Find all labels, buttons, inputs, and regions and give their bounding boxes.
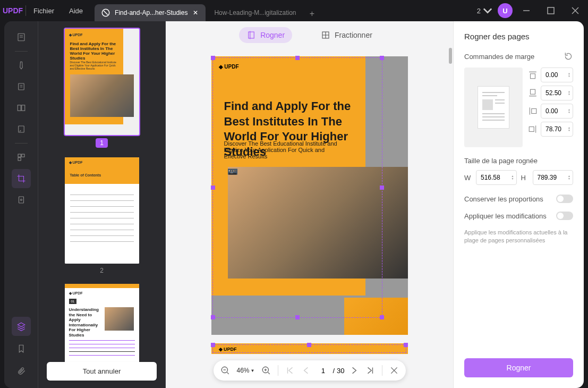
- margin-right-input[interactable]: ▲▼: [541, 122, 573, 137]
- undo-all-button[interactable]: Tout annuler: [47, 362, 157, 381]
- thumbnails-panel: ◆ UPDF Find and Apply For the Best Insti…: [38, 21, 166, 388]
- zoom-in-button[interactable]: [260, 364, 272, 377]
- zoom-level[interactable]: 46% ▼: [234, 367, 257, 374]
- right-panel: Rogner des pages Commandes de marge: [453, 21, 584, 388]
- page-2[interactable]: ◆ UPDF: [211, 343, 408, 354]
- crop-handle-tr[interactable]: [404, 343, 408, 347]
- margin-label: Commandes de marge: [464, 53, 534, 61]
- keep-props-toggle[interactable]: [556, 195, 573, 203]
- crop-handle-br[interactable]: [380, 315, 384, 319]
- crop-handle-l[interactable]: [211, 185, 215, 190]
- width-input[interactable]: ▲▼: [476, 170, 517, 185]
- split-tool-button[interactable]: Fractionner: [313, 27, 380, 43]
- thumb-image: [70, 74, 134, 117]
- thumbnail-3[interactable]: ◆ UPDF 01 Understanding the Need to Appl…: [65, 284, 139, 364]
- crop-overlay[interactable]: [212, 344, 406, 353]
- add-tab-button[interactable]: +: [305, 6, 320, 21]
- tab-label: Find-and-Ap...her-Studies: [115, 9, 188, 16]
- crop-handle-t[interactable]: [295, 56, 300, 60]
- chevron-down-icon: [483, 6, 492, 15]
- svg-rect-15: [18, 158, 21, 161]
- last-page-button[interactable]: [364, 364, 377, 377]
- margin-left-icon: [528, 106, 538, 116]
- layers-icon[interactable]: [12, 317, 31, 336]
- panel-title: Rogner des pages: [464, 32, 573, 41]
- tab-inactive[interactable]: How-Leading-M...igitalization: [208, 4, 302, 21]
- crop-handle-b[interactable]: [295, 315, 300, 319]
- crop-action-button[interactable]: Rogner: [464, 358, 573, 377]
- svg-rect-11: [21, 105, 24, 111]
- menu-help[interactable]: Aide: [62, 0, 90, 21]
- avatar[interactable]: U: [498, 3, 513, 18]
- separator: [382, 365, 382, 376]
- margin-left-input[interactable]: ▲▼: [541, 104, 573, 119]
- margin-bottom-icon: [528, 88, 538, 98]
- first-page-button[interactable]: [284, 364, 296, 377]
- thumb-subtitle: Discover The Best Educational Institute …: [70, 61, 118, 70]
- crop-handle-t[interactable]: [307, 343, 311, 347]
- keep-props-label: Conserver les proportions: [464, 195, 543, 203]
- page-input[interactable]: [316, 367, 330, 375]
- document-viewport[interactable]: ◆ UPDF Find and Apply For the Best Insti…: [166, 49, 453, 388]
- titlebar-right: 2 U: [475, 1, 588, 20]
- thumbnail-2[interactable]: ◆ UPDF Table of Contents: [65, 157, 139, 264]
- edit-icon[interactable]: [12, 77, 31, 96]
- prev-page-button[interactable]: [300, 364, 312, 377]
- updf-logo-small: ◆ UPDF: [69, 161, 83, 165]
- top-tools: Rogner Fractionner: [166, 21, 453, 49]
- reset-margins-button[interactable]: [564, 52, 573, 61]
- text-lines: [69, 337, 135, 359]
- reader-icon[interactable]: [12, 28, 31, 47]
- crop-icon[interactable]: [12, 169, 31, 188]
- protect-icon[interactable]: [12, 190, 31, 209]
- margin-right-icon: [528, 124, 538, 134]
- tab-label: How-Leading-M...igitalization: [214, 9, 296, 16]
- svg-point-17: [20, 199, 22, 201]
- crop-tool-button[interactable]: Rogner: [239, 27, 292, 43]
- svg-rect-18: [249, 32, 254, 38]
- thumb-title: Understanding the Need to Apply Internat…: [69, 307, 101, 338]
- maximize-button[interactable]: [540, 1, 561, 20]
- height-input[interactable]: ▲▼: [533, 170, 574, 185]
- highlight-icon[interactable]: [12, 56, 31, 75]
- toc-label: Table of Contents: [70, 173, 101, 177]
- close-toolbar-button[interactable]: [388, 364, 400, 377]
- updf-logo-small: ◆ UPDF: [69, 33, 83, 37]
- thumbnail-1[interactable]: ◆ UPDF Find and Apply For the Best Insti…: [65, 29, 139, 135]
- margin-top-input[interactable]: ▲▼: [541, 68, 573, 82]
- minimize-button[interactable]: [516, 1, 537, 20]
- zoom-out-button[interactable]: [218, 364, 231, 377]
- page-1[interactable]: ◆ UPDF Find and Apply For the Best Insti…: [211, 56, 408, 335]
- svg-rect-41: [531, 89, 535, 94]
- next-page-button[interactable]: [348, 364, 361, 377]
- tab-active[interactable]: Find-and-Ap...her-Studies ✕: [95, 4, 206, 21]
- updf-logo-small: ◆ UPDF: [69, 291, 83, 296]
- apply-mods-toggle[interactable]: [556, 212, 573, 220]
- thumb-image: [105, 307, 134, 331]
- organize-icon[interactable]: [12, 98, 31, 117]
- crop-handle-r[interactable]: [380, 185, 384, 190]
- margin-bottom-input[interactable]: ▲▼: [541, 86, 573, 100]
- crop-handle-bl[interactable]: [211, 315, 215, 319]
- thumb-number: 2: [100, 267, 104, 274]
- thumb-title: Find and Apply For the Best Institutes I…: [70, 41, 118, 61]
- doc-count[interactable]: 2: [475, 6, 495, 15]
- app-logo: UPDF: [0, 6, 25, 15]
- bookmark-icon[interactable]: [12, 339, 31, 358]
- close-button[interactable]: [565, 1, 586, 20]
- sidebar-left: [4, 21, 38, 388]
- h-label: H: [521, 174, 529, 182]
- close-icon[interactable]: ✕: [192, 9, 199, 16]
- crop-icon: [246, 30, 256, 40]
- attachment-icon[interactable]: [12, 361, 31, 381]
- crop-handle-tr[interactable]: [380, 56, 384, 60]
- crop-overlay[interactable]: [212, 57, 382, 318]
- help-text: Applique les modifications actuelles à l…: [464, 229, 573, 245]
- crop-handle-tl[interactable]: [211, 56, 215, 60]
- menu-file[interactable]: Fichier: [26, 0, 62, 21]
- crop-handle-tl[interactable]: [211, 343, 215, 347]
- separator: [15, 51, 28, 52]
- form-icon[interactable]: [12, 120, 31, 139]
- svg-rect-10: [18, 105, 21, 111]
- ocr-icon[interactable]: [12, 148, 31, 167]
